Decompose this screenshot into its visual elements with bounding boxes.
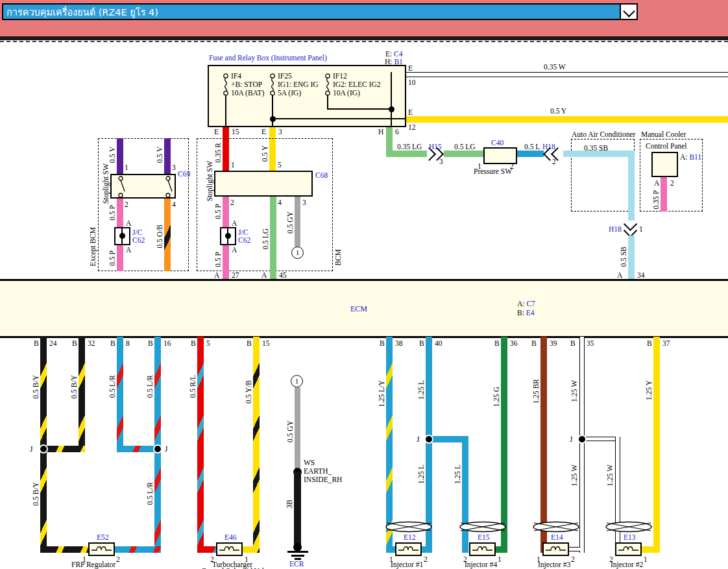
wire-label: 1.25 L/Y (378, 380, 385, 407)
wire-label: 0.5 Y/B (245, 380, 252, 404)
connector-ref: C68 (315, 171, 328, 180)
wire-05gy (295, 387, 300, 472)
pin-number: 3 (278, 128, 282, 136)
component-ref: E12 (404, 533, 416, 542)
pin-number: 1 (125, 163, 128, 172)
conn-letter: B (419, 339, 424, 348)
wire-label: 1.25 W (570, 465, 578, 487)
coil-icon (470, 544, 494, 555)
junction-label: J (165, 445, 167, 454)
wire-label: 1.25 W (570, 380, 578, 402)
earth-label: EARTH_ (304, 467, 332, 476)
twisted-pair-icon (532, 521, 580, 533)
conn-letter: H (378, 128, 383, 136)
wire-125w-h (569, 547, 580, 551)
section-label: Auto Air Conditioner (572, 130, 635, 139)
pin-number: 2 (670, 179, 674, 188)
dropdown-arrow-box[interactable] (620, 5, 637, 19)
frp-regulator-comp (88, 542, 115, 556)
pin-number: 8 (126, 339, 130, 348)
wire-05v (164, 138, 171, 175)
pin-number: 1 (644, 555, 648, 564)
coil-icon (90, 544, 114, 555)
wire-125l-branch-v (462, 436, 468, 553)
wire-05l (517, 151, 544, 157)
pin-number: 15 (262, 339, 270, 348)
pin-number: 39 (550, 339, 557, 348)
pin-number: 16 (164, 339, 171, 348)
internal-wire (327, 95, 328, 110)
conn-letter: B (110, 339, 115, 348)
coil-icon (217, 544, 241, 555)
component-ref: E52 (97, 533, 109, 542)
pin-number: 5 (278, 161, 282, 169)
wire-label: 3B (285, 500, 293, 508)
wire-05v (117, 138, 123, 175)
pin-number: 2 (571, 555, 575, 564)
fuse-icon (267, 73, 278, 96)
coil-icon (616, 544, 640, 555)
ground-icon (287, 551, 308, 553)
wire-035lg-h (386, 151, 427, 157)
fuse-id: IF4 (231, 72, 241, 80)
wiring-diagram-screen: การควบคุมเครื่องยนต์ (RZ4E ยูโร 4) Fuse … (0, 0, 728, 569)
connector-ref: H18 (609, 225, 622, 234)
pin-number: 15 (232, 128, 239, 136)
wire-label: 0.35 R (214, 143, 222, 163)
wire-label: 1.25 BR (532, 379, 540, 404)
twisted-pair-icon (385, 521, 433, 533)
fusebox-title: Fuse and Relay Box (Instrument Panel) (209, 54, 327, 62)
pin-number: 1 (231, 161, 235, 169)
connector-ref: H15 (429, 143, 442, 151)
junction-dot (153, 444, 162, 454)
conn-letter: B (570, 339, 576, 348)
component-ref: E13 (624, 533, 636, 542)
wire-05rl (197, 337, 204, 553)
switch-contact-icon (116, 175, 125, 199)
pin-number: 10 (408, 79, 416, 87)
wire-035sb-v (628, 151, 635, 212)
component-label: Pressure SW (474, 167, 512, 176)
pin-number: 2 (230, 199, 234, 207)
control-panel-box (651, 152, 678, 177)
wiring-system-dropdown[interactable]: การควบคุมเครื่องยนต์ (RZ4E ยูโร 4) (2, 3, 638, 20)
wire-label: 0.5 P (108, 205, 116, 221)
pin-number: 35 (587, 339, 594, 348)
pin-number: 4 (278, 199, 282, 207)
pin-letter: A (232, 219, 237, 228)
wire-label: 0.5 Y (550, 107, 566, 115)
junction-dot (424, 435, 433, 444)
pin-number: 32 (88, 339, 95, 348)
connector-ref: C69 (178, 170, 190, 178)
switch-contact-icon (164, 175, 173, 199)
pin-number: 1 (639, 225, 643, 234)
connector-ref: C40 (491, 139, 504, 147)
junction-dot (270, 116, 276, 122)
wire-label: 1.25 G (492, 387, 500, 407)
pin-number: 2 (552, 158, 556, 166)
separator-bar (0, 36, 728, 40)
coil-icon (396, 544, 420, 555)
dotted-divider (0, 41, 728, 42)
wire-05lr-h (113, 546, 161, 553)
injector1-comp (395, 542, 422, 556)
wire-05p (117, 245, 123, 271)
wire-05rl-h (197, 546, 217, 553)
wire-label: 0.5 L/R (146, 482, 154, 505)
wire-05by-h (40, 546, 90, 553)
wire-05lr (117, 337, 123, 452)
wire-label: 0.5 GY (286, 212, 294, 234)
wire-05sb (628, 236, 635, 280)
wire-label: 0.5 V (108, 147, 116, 163)
pin-number: 3 (172, 163, 176, 172)
ground-icon (291, 555, 304, 557)
wire-125y-h (640, 546, 660, 553)
wire-label: 0.5 P (214, 252, 222, 267)
conn-letter: B (647, 339, 652, 348)
conn-letter: B (494, 339, 500, 348)
dropdown-value: การควบคุมเครื่องยนต์ (RZ4E ยูโร 4) (3, 5, 620, 19)
wire-label: 0.5 B/Y (70, 375, 78, 398)
page-ref-circle: 1 (291, 247, 304, 259)
wire-label: 0.5 B/Y (32, 482, 40, 505)
wire-label: 0.5 P (214, 204, 222, 219)
